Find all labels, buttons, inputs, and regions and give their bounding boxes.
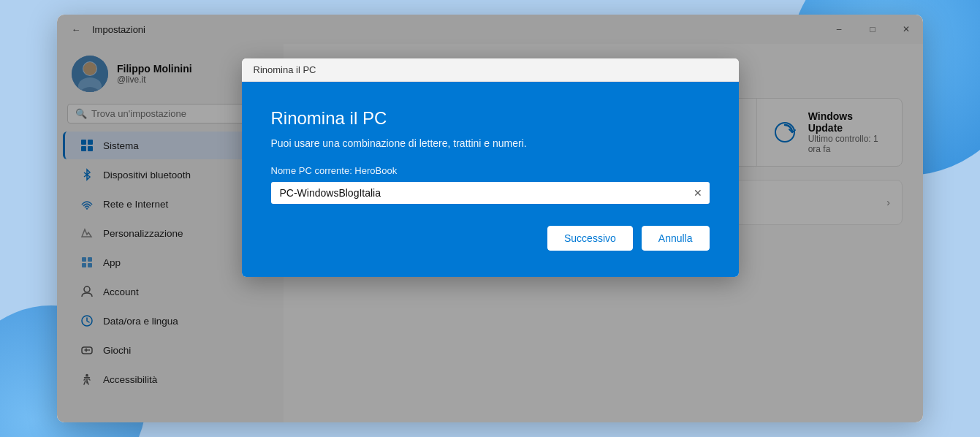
rename-pc-dialog: Rinomina il PC Rinomina il PC Puoi usare… <box>242 58 739 277</box>
dialog-buttons: Successivo Annulla <box>271 226 710 251</box>
dialog-description: Puoi usare una combinazione di lettere, … <box>271 137 710 149</box>
dialog-body: Rinomina il PC Puoi usare una combinazio… <box>242 82 739 277</box>
dialog-titlebar: Rinomina il PC <box>242 58 739 82</box>
dialog-input-row: ✕ <box>271 182 710 204</box>
clear-input-button[interactable]: ✕ <box>686 182 710 204</box>
settings-window: ← Impostazioni – □ ✕ <box>57 15 923 422</box>
next-button[interactable]: Successivo <box>547 226 633 251</box>
dialog-titlebar-label: Rinomina il PC <box>254 64 316 75</box>
dialog-title: Rinomina il PC <box>271 108 710 129</box>
cancel-button[interactable]: Annulla <box>642 226 710 251</box>
dialog-current-name-label: Nome PC corrente: HeroBook <box>271 165 710 176</box>
dialog-overlay: Rinomina il PC Rinomina il PC Puoi usare… <box>57 15 923 422</box>
pc-name-input[interactable] <box>271 182 686 204</box>
